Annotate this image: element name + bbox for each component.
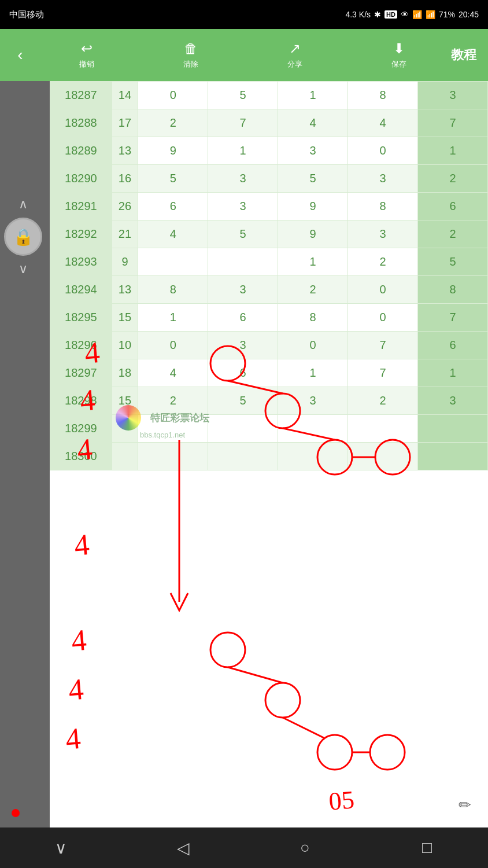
row-num-n4: 2 <box>348 248 418 276</box>
nav-square-icon: □ <box>422 838 432 857</box>
row-num-n1: 6 <box>138 193 208 220</box>
row-num-n5: 1 <box>418 137 488 165</box>
row-num-n1 <box>138 443 208 470</box>
row-num-n2 <box>208 248 278 276</box>
row-id: 18290 <box>50 165 112 193</box>
nav-down-button[interactable]: ∨ <box>44 830 79 865</box>
nav-back-icon: ◁ <box>177 838 190 858</box>
row-num-n4: 0 <box>348 137 418 165</box>
table-row: 182922145932 <box>50 220 488 248</box>
clear-label: 清除 <box>183 59 198 69</box>
row-num-n2: 6 <box>208 304 278 332</box>
table-row: 182881727447 <box>50 109 488 137</box>
row-num-n2: 3 <box>208 276 278 304</box>
row-num-n2 <box>208 443 278 470</box>
nav-home-button[interactable]: ○ <box>288 830 323 865</box>
row-id: 18298 <box>50 387 112 415</box>
share-icon: ↗ <box>289 41 301 57</box>
table-row: 182941383208 <box>50 276 488 304</box>
row-sub: 15 <box>112 387 138 415</box>
row-num-n3: 1 <box>278 248 348 276</box>
row-id: 18288 <box>50 109 112 137</box>
row-id: 18287 <box>50 82 112 109</box>
carrier-label: 中国移动 <box>9 9 44 20</box>
pencil-button[interactable]: ✏ <box>451 791 479 819</box>
row-num-n3 <box>278 443 348 470</box>
table-row: 182981525323 <box>50 387 488 415</box>
row-num-n4: 3 <box>348 220 418 248</box>
toolbar-actions: ↩ 撤销 🗑 清除 ↗ 分享 ⬇ 保存 <box>35 41 451 69</box>
table-row: 182961003076 <box>50 332 488 359</box>
row-id: 18295 <box>50 304 112 332</box>
row-sub <box>112 415 138 443</box>
row-num-n5: 7 <box>418 109 488 137</box>
share-button[interactable]: ↗ 分享 <box>287 41 302 69</box>
main-content: ∧ 🔒 ∨ 1828714051831828817274471828913913… <box>0 81 488 827</box>
nav-back-button[interactable]: ◁ <box>166 830 201 865</box>
row-num-n3: 9 <box>278 220 348 248</box>
row-num-n1: 2 <box>138 109 208 137</box>
row-num-n1: 4 <box>138 220 208 248</box>
tutorial-button[interactable]: 教程 <box>451 46 482 64</box>
undo-label: 撤销 <box>79 59 94 69</box>
chevron-down-button[interactable]: ∨ <box>19 262 28 277</box>
row-num-n4: 0 <box>348 276 418 304</box>
nav-down-icon: ∨ <box>55 838 67 858</box>
row-num-n5: 5 <box>418 248 488 276</box>
row-id: 18299 <box>50 415 112 443</box>
wifi-icon: 📶 <box>412 10 422 19</box>
row-num-n3: 5 <box>278 165 348 193</box>
row-num-n3: 0 <box>278 332 348 359</box>
status-bar: 中国移动 4.3 K/s ✱ HD 👁 📶 📶 71% 20:45 <box>0 0 488 29</box>
row-id: 18297 <box>50 359 112 387</box>
data-table: 1828714051831828817274471828913913011829… <box>50 81 488 470</box>
table-row: 182951516807 <box>50 304 488 332</box>
time-label: 20:45 <box>459 10 479 19</box>
row-num-n4: 7 <box>348 359 418 387</box>
row-num-n4: 3 <box>348 165 418 193</box>
table-row: 18299 <box>50 415 488 443</box>
save-button[interactable]: ⬇ 保存 <box>391 41 406 69</box>
row-num-n5: 8 <box>418 276 488 304</box>
nav-square-button[interactable]: □ <box>410 830 445 865</box>
table-row: 182912663986 <box>50 193 488 220</box>
row-num-n4 <box>348 443 418 470</box>
undo-icon: ↩ <box>81 41 93 57</box>
row-num-n4: 8 <box>348 193 418 220</box>
row-num-n4: 4 <box>348 109 418 137</box>
lock-button[interactable]: 🔒 <box>4 218 42 256</box>
network-speed: 4.3 K/s <box>345 10 371 19</box>
row-num-n5 <box>418 415 488 443</box>
row-num-n3: 8 <box>278 304 348 332</box>
row-sub: 18 <box>112 359 138 387</box>
row-num-n5: 6 <box>418 332 488 359</box>
row-num-n1 <box>138 415 208 443</box>
clear-button[interactable]: 🗑 清除 <box>183 41 198 69</box>
row-num-n1: 5 <box>138 165 208 193</box>
row-sub: 15 <box>112 304 138 332</box>
pencil-icon: ✏ <box>459 796 471 814</box>
row-num-n4: 8 <box>348 82 418 109</box>
row-num-n1 <box>138 248 208 276</box>
undo-button[interactable]: ↩ 撤销 <box>79 41 94 69</box>
row-num-n1: 0 <box>138 82 208 109</box>
row-num-n3: 3 <box>278 137 348 165</box>
row-sub: 26 <box>112 193 138 220</box>
row-num-n3 <box>278 415 348 443</box>
table-row: 182971846171 <box>50 359 488 387</box>
row-num-n3: 2 <box>278 276 348 304</box>
row-id: 18296 <box>50 332 112 359</box>
status-right: 4.3 K/s ✱ HD 👁 📶 📶 71% 20:45 <box>345 10 479 19</box>
row-num-n1: 4 <box>138 359 208 387</box>
chevron-up-button[interactable]: ∧ <box>19 197 28 212</box>
back-button[interactable]: ‹ <box>6 38 35 72</box>
row-sub: 13 <box>112 137 138 165</box>
row-num-n5: 2 <box>418 165 488 193</box>
table-row: 182901653532 <box>50 165 488 193</box>
row-num-n4: 2 <box>348 387 418 415</box>
row-num-n3: 3 <box>278 387 348 415</box>
row-num-n5: 6 <box>418 193 488 220</box>
row-num-n1: 1 <box>138 304 208 332</box>
row-num-n1: 2 <box>138 387 208 415</box>
table-row: 182891391301 <box>50 137 488 165</box>
